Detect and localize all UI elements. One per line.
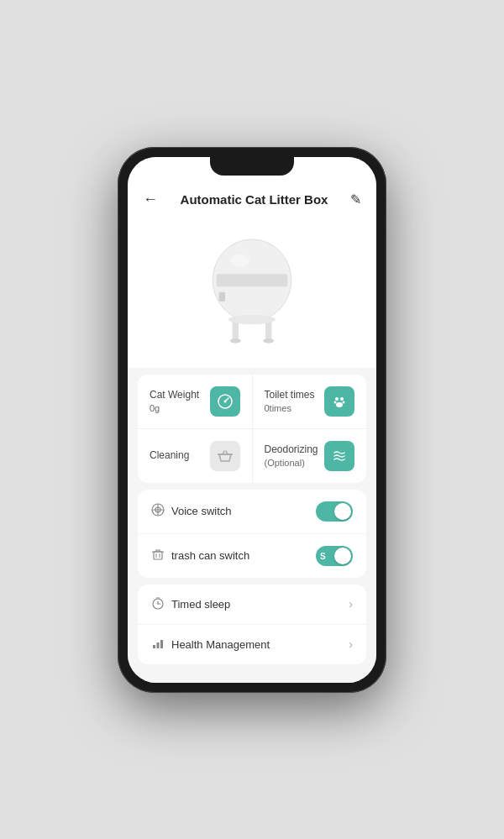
voice-switch-row: Voice switch (138, 490, 366, 534)
toilet-times-label: Toilet times (265, 389, 315, 402)
wave-icon (324, 441, 354, 471)
stat-cat-weight[interactable]: Cat Weight 0g (138, 375, 253, 428)
svg-rect-28 (153, 645, 155, 648)
toggles-section: Voice switch (138, 490, 366, 578)
voice-switch-label: Voice switch (171, 505, 232, 517)
svg-rect-30 (160, 640, 163, 648)
svg-point-15 (336, 402, 343, 407)
scroll-content: Cat Weight 0g Toi (128, 217, 376, 683)
stats-row-1: Cat Weight 0g Toi (138, 375, 366, 429)
svg-rect-20 (154, 552, 162, 559)
chevron-right-icon: › (349, 597, 353, 611)
svg-point-11 (335, 397, 339, 401)
cat-weight-value: 0g (150, 403, 199, 413)
paw-icon (324, 386, 354, 417)
clock-icon (151, 596, 165, 612)
trash-icon (151, 548, 165, 564)
deodorizing-optional: (Optional) (265, 458, 318, 468)
stat-deodorizing[interactable]: Deodorizing (Optional) (253, 429, 367, 483)
device-area (128, 217, 376, 368)
phone-screen: ← Automatic Cat Litter Box ✎ (128, 157, 376, 683)
phone-shell: ← Automatic Cat Litter Box ✎ (118, 147, 386, 693)
toilet-times-value: 0times (265, 403, 315, 413)
notch (210, 157, 294, 176)
voice-switch-toggle[interactable] (316, 501, 353, 522)
svg-point-14 (343, 401, 345, 403)
health-management-label: Health Management (171, 638, 270, 651)
device-illustration (193, 225, 311, 351)
chevron-right-icon-2: › (349, 637, 353, 651)
cleaning-label: Cleaning (150, 449, 189, 463)
cat-weight-label: Cat Weight (150, 389, 199, 402)
basket-icon (210, 441, 240, 471)
svg-point-10 (223, 400, 226, 402)
health-management-row[interactable]: Health Management › (138, 625, 366, 664)
stat-cleaning[interactable]: Cleaning (138, 429, 253, 483)
stats-grid: Cat Weight 0g Toi (138, 375, 366, 483)
svg-point-6 (230, 338, 241, 343)
timed-sleep-row[interactable]: Timed sleep › (138, 585, 366, 625)
trash-switch-toggle[interactable] (316, 546, 353, 566)
svg-point-8 (228, 314, 276, 323)
svg-rect-1 (217, 274, 287, 286)
chart-icon (151, 637, 165, 653)
svg-point-13 (334, 401, 337, 403)
timed-sleep-label: Timed sleep (171, 598, 230, 611)
back-button[interactable]: ← (143, 191, 158, 208)
stat-toilet-times[interactable]: Toilet times 0times (253, 375, 367, 428)
trash-switch-label: trash can switch (171, 549, 249, 562)
svg-rect-29 (157, 642, 160, 648)
deodorizing-label: Deodorizing (265, 443, 318, 457)
gauge-icon (210, 386, 240, 417)
stats-row-2: Cleaning Deodorizing (138, 429, 366, 483)
svg-point-12 (340, 397, 344, 401)
svg-rect-2 (219, 291, 226, 301)
trash-switch-row: trash can switch (138, 534, 366, 578)
edit-button[interactable]: ✎ (350, 191, 361, 207)
voice-icon (151, 503, 165, 519)
nav-section: Timed sleep › Health (138, 585, 366, 664)
svg-point-7 (263, 338, 274, 343)
page-title: Automatic Cat Litter Box (181, 192, 328, 207)
svg-point-3 (231, 254, 250, 266)
